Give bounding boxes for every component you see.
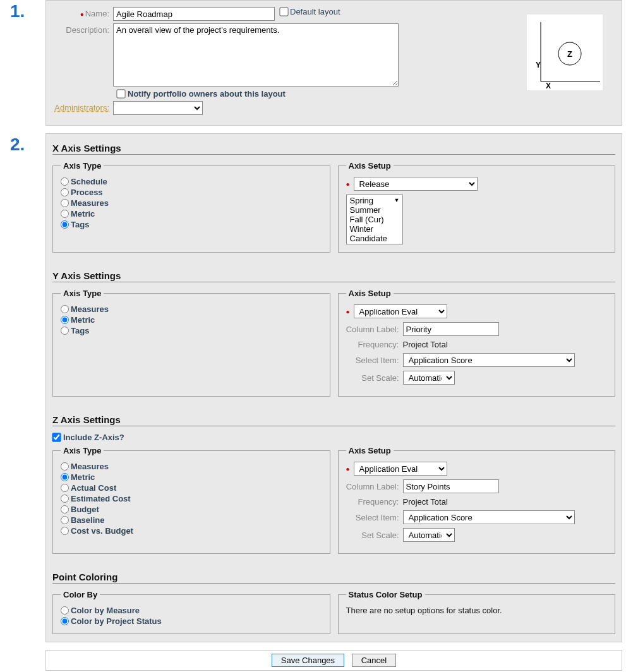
x-axis-type-radio-input[interactable] bbox=[61, 220, 69, 229]
x-axis-type-radio-tags[interactable]: Tags bbox=[61, 220, 322, 229]
x-axis-type-radio-input[interactable] bbox=[61, 188, 69, 196]
y-axis-type-radio-tags[interactable]: Tags bbox=[61, 326, 322, 335]
x-axis-type-radio-measures[interactable]: Measures bbox=[61, 198, 322, 208]
x-axis-type-radio-input[interactable] bbox=[61, 199, 69, 207]
required-dot-icon: ● bbox=[80, 11, 84, 18]
notify-owners-label: Notify portfolio owners about this layou… bbox=[128, 89, 286, 99]
z-axis-type-radio-input[interactable] bbox=[61, 462, 69, 471]
color-by-radio-input[interactable] bbox=[61, 617, 69, 625]
z-axis-type-radio-estimated-cost[interactable]: Estimated Cost bbox=[61, 494, 322, 503]
color-by-radio-input[interactable] bbox=[61, 606, 69, 615]
x-axis-list-item[interactable]: Fall (Cur) bbox=[349, 215, 400, 224]
include-z-axis-checkbox[interactable] bbox=[52, 433, 61, 441]
z-axis-type-radio-input[interactable] bbox=[61, 516, 69, 524]
x-axis-list-item[interactable]: Spring bbox=[349, 196, 400, 205]
z-axis-type-radio-input[interactable] bbox=[61, 484, 69, 492]
y-axis-heading: Y Axis Settings bbox=[52, 270, 615, 282]
x-axis-tags-list[interactable]: ▼ SpringSummerFall (Cur)WinterCandidate bbox=[346, 195, 403, 244]
z-axis-type-radio-label: Metric bbox=[71, 472, 95, 482]
y-column-label-label: Column Label: bbox=[346, 325, 403, 334]
y-set-scale-label: Set Scale: bbox=[346, 373, 403, 383]
footer-bar: Save Changes Cancel bbox=[45, 650, 622, 671]
x-axis-type-radio-input[interactable] bbox=[61, 177, 69, 186]
save-changes-button[interactable]: Save Changes bbox=[272, 654, 344, 667]
y-select-item-label: Select Item: bbox=[346, 356, 403, 365]
y-axis-type-radio-input[interactable] bbox=[61, 316, 69, 324]
z-frequency-value: Project Total bbox=[403, 497, 448, 507]
z-axis-type-radio-label: Measures bbox=[71, 462, 109, 471]
administrators-select[interactable] bbox=[113, 101, 203, 115]
y-axis-type-radio-label: Tags bbox=[71, 326, 89, 335]
cancel-button[interactable]: Cancel bbox=[352, 654, 396, 667]
color-by-radio-color-by-project-status[interactable]: Color by Project Status bbox=[61, 616, 322, 626]
x-axis-type-radio-metric[interactable]: Metric bbox=[61, 209, 322, 219]
y-select-item-select[interactable]: Application Score bbox=[403, 353, 575, 367]
chevron-down-icon: ▼ bbox=[394, 197, 400, 203]
z-column-label-input[interactable] bbox=[403, 479, 499, 493]
required-dot-icon: ● bbox=[346, 465, 350, 472]
required-dot-icon: ● bbox=[346, 308, 350, 315]
status-color-setup-fieldset: Status Color Setup There are no setup op… bbox=[338, 590, 616, 634]
z-axis-setup-fieldset: Axis Setup ● Application Eval Column Lab… bbox=[338, 446, 616, 554]
color-by-radio-label: Color by Measure bbox=[71, 606, 140, 615]
z-axis-type-radio-budget[interactable]: Budget bbox=[61, 505, 322, 514]
y-column-label-input[interactable] bbox=[403, 322, 499, 336]
y-axis-type-radio-measures[interactable]: Measures bbox=[61, 304, 322, 314]
name-label: ●Name: bbox=[52, 7, 113, 18]
x-axis-type-radio-schedule[interactable]: Schedule bbox=[61, 177, 322, 186]
step-2-number: 2. bbox=[0, 133, 45, 155]
y-axis-type-radio-label: Measures bbox=[71, 304, 109, 314]
y-axis-setup-fieldset: Axis Setup ● Application Eval Column Lab… bbox=[338, 289, 616, 397]
z-axis-heading: Z Axis Settings bbox=[52, 414, 615, 426]
description-label: Description: bbox=[52, 23, 113, 35]
y-axis-app-select[interactable]: Application Eval bbox=[354, 304, 447, 318]
x-axis-list-item[interactable]: Candidate bbox=[349, 234, 400, 243]
z-axis-type-radio-input[interactable] bbox=[61, 527, 69, 535]
name-input[interactable] bbox=[113, 7, 275, 21]
z-axis-type-radio-baseline[interactable]: Baseline bbox=[61, 515, 322, 525]
z-axis-type-radio-metric[interactable]: Metric bbox=[61, 472, 322, 482]
z-axis-type-radio-cost-vs-budget[interactable]: Cost vs. Budget bbox=[61, 526, 322, 536]
administrators-label: Administrators: bbox=[52, 101, 113, 112]
x-axis-list-item[interactable]: Summer bbox=[349, 205, 400, 215]
include-z-axis-label: Include Z-Axis? bbox=[63, 433, 124, 442]
default-layout-checkbox[interactable] bbox=[279, 7, 288, 16]
color-by-legend: Color By bbox=[61, 590, 100, 599]
status-color-setup-legend: Status Color Setup bbox=[346, 590, 425, 599]
color-by-radio-color-by-measure[interactable]: Color by Measure bbox=[61, 606, 322, 615]
z-axis-type-radio-input[interactable] bbox=[61, 473, 69, 481]
required-dot-icon: ● bbox=[346, 181, 350, 188]
z-select-item-select[interactable]: Application Score bbox=[403, 510, 575, 524]
status-color-setup-text: There are no setup options for status co… bbox=[346, 606, 608, 615]
y-set-scale-select[interactable]: Automatic bbox=[403, 371, 455, 385]
description-textarea[interactable]: An overall view of the project's require… bbox=[113, 23, 399, 87]
x-axis-type-radio-label: Tags bbox=[71, 220, 89, 229]
z-axis-type-radio-label: Baseline bbox=[71, 515, 104, 525]
x-axis-type-radio-process[interactable]: Process bbox=[61, 188, 322, 197]
z-axis-type-radio-input[interactable] bbox=[61, 505, 69, 513]
z-axis-type-radio-label: Cost vs. Budget bbox=[71, 526, 133, 536]
z-axis-type-radio-actual-cost[interactable]: Actual Cost bbox=[61, 483, 322, 493]
default-layout-label: Default layout bbox=[290, 7, 340, 16]
diagram-z-label: Z bbox=[567, 49, 572, 59]
z-axis-type-radio-measures[interactable]: Measures bbox=[61, 462, 322, 471]
axis-diagram-preview: Y X Z bbox=[527, 15, 603, 90]
z-axis-app-select[interactable]: Application Eval bbox=[354, 462, 447, 476]
x-axis-list-item[interactable]: Winter bbox=[349, 224, 400, 234]
x-axis-type-radio-input[interactable] bbox=[61, 210, 69, 218]
y-axis-type-radio-input[interactable] bbox=[61, 305, 69, 313]
z-axis-type-legend: Axis Type bbox=[61, 446, 104, 455]
z-frequency-label: Frequency: bbox=[346, 497, 403, 507]
x-axis-release-select[interactable]: Release bbox=[354, 177, 478, 191]
y-axis-type-radio-label: Metric bbox=[71, 315, 95, 325]
x-axis-type-fieldset: Axis Type ScheduleProcessMeasuresMetricT… bbox=[52, 161, 330, 253]
y-axis-type-radio-input[interactable] bbox=[61, 327, 69, 335]
y-axis-type-radio-metric[interactable]: Metric bbox=[61, 315, 322, 325]
y-axis-type-legend: Axis Type bbox=[61, 289, 104, 298]
z-axis-type-radio-label: Actual Cost bbox=[71, 483, 116, 493]
x-axis-type-radio-label: Schedule bbox=[71, 177, 107, 186]
z-axis-type-radio-input[interactable] bbox=[61, 495, 69, 503]
notify-owners-checkbox[interactable] bbox=[116, 89, 125, 98]
x-axis-heading: X Axis Settings bbox=[52, 143, 615, 155]
z-set-scale-select[interactable]: Automatic bbox=[403, 528, 455, 542]
